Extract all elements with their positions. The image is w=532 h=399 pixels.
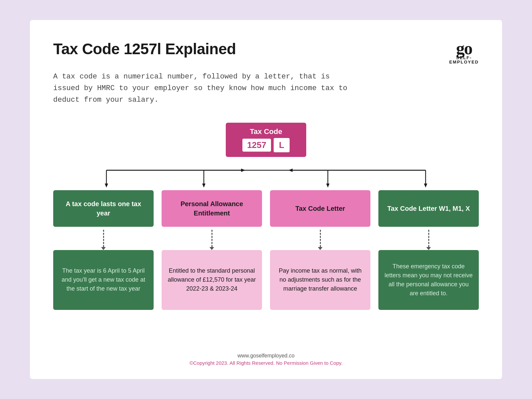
col1-dashed-line [103, 230, 104, 247]
tax-code-value: 1257 L [242, 138, 290, 152]
col4-top-label: Tax Code Letter W1, M1, X [387, 204, 470, 213]
svg-marker-2 [105, 184, 108, 188]
col2-dashed-connector [209, 227, 214, 250]
svg-marker-6 [326, 184, 330, 188]
col1-dashed-connector [101, 227, 106, 250]
col3-dashed-line [320, 230, 321, 247]
col4-dashed-connector [426, 227, 431, 250]
col4-desc-text: These emergency tax code letters mean yo… [384, 262, 473, 298]
logo-sub: SELF-EMPLOYED [449, 56, 479, 64]
main-card: Tax Code 1257l Explained go SELF-EMPLOYE… [30, 20, 502, 379]
col3-top-label: Tax Code Letter [295, 204, 345, 213]
footer: www.goselfemployed.co ©Copyright 2023. A… [53, 353, 479, 366]
col1-top-box: A tax code lasts one tax year [53, 190, 154, 227]
col3-top-box: Tax Code Letter [270, 190, 370, 227]
col1-top-label: A tax code lasts one tax year [59, 199, 148, 218]
svg-marker-12 [288, 169, 293, 172]
footer-website: www.goselfemployed.co [53, 353, 479, 359]
col4-top-box: Tax Code Letter W1, M1, X [378, 190, 479, 227]
col4-dashed-line [428, 230, 429, 247]
col4-desc-box: These emergency tax code letters mean yo… [378, 250, 479, 310]
tax-code-central-box: Tax Code 1257 L [226, 123, 306, 157]
col2-arrow [209, 247, 214, 250]
description-text: A tax code is a numerical number, follow… [53, 71, 352, 106]
col1-desc-text: The tax year is 6 April to 5 April and y… [59, 266, 148, 293]
diagram: Tax Code 1257 L [53, 123, 479, 341]
col3-dashed-connector [318, 227, 323, 250]
column-4: Tax Code Letter W1, M1, X These emergenc… [378, 190, 479, 310]
logo-go: go [456, 40, 472, 57]
svg-marker-8 [424, 184, 427, 188]
svg-marker-10 [241, 169, 245, 172]
columns-row: A tax code lasts one tax year The tax ye… [53, 190, 479, 310]
connector-lines-svg [53, 157, 479, 190]
tax-code-label: Tax Code [242, 127, 290, 136]
col2-desc-box: Entitled to the standard personal allowa… [162, 250, 262, 310]
col2-top-label: Personal Allowance Entitlement [167, 199, 257, 218]
column-1: A tax code lasts one tax year The tax ye… [53, 190, 154, 310]
col1-arrow [101, 247, 106, 250]
col4-arrow [426, 247, 431, 250]
col2-dashed-line [211, 230, 212, 247]
header-row: Tax Code 1257l Explained go SELF-EMPLOYE… [53, 40, 479, 64]
logo: go SELF-EMPLOYED [449, 40, 479, 64]
tax-code-letter: L [274, 138, 290, 152]
col1-desc-box: The tax year is 6 April to 5 April and y… [53, 250, 154, 310]
tax-code-number: 1257 [242, 139, 271, 152]
col2-top-box: Personal Allowance Entitlement [162, 190, 262, 227]
footer-copyright: ©Copyright 2023. All Rights Reserved. No… [53, 360, 479, 366]
col3-desc-box: Pay income tax as normal, with no adjust… [270, 250, 370, 310]
svg-marker-4 [202, 184, 205, 188]
col3-desc-text: Pay income tax as normal, with no adjust… [276, 266, 364, 293]
column-2: Personal Allowance Entitlement Entitled … [162, 190, 262, 310]
page-title: Tax Code 1257l Explained [53, 40, 236, 58]
col2-desc-text: Entitled to the standard personal allowa… [168, 266, 256, 293]
col3-arrow [318, 247, 323, 250]
column-3: Tax Code Letter Pay income tax as normal… [270, 190, 370, 310]
